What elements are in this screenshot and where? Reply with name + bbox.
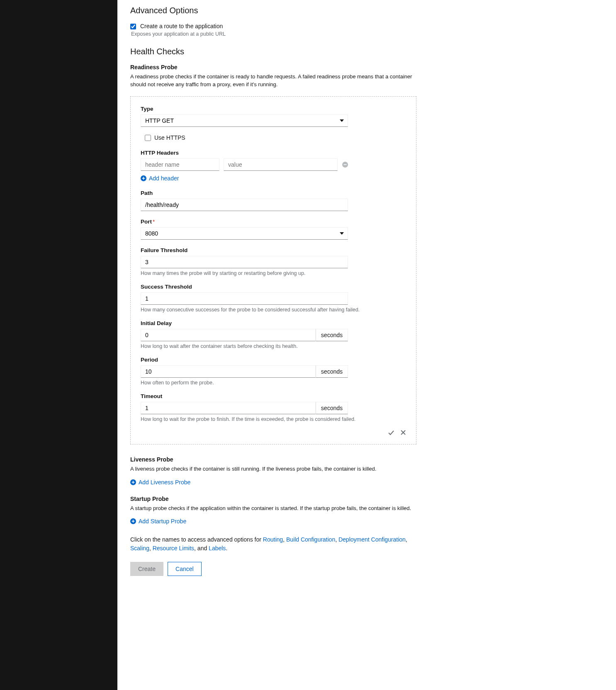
build-config-link[interactable]: Build Configuration [286, 536, 335, 543]
header-value-input[interactable] [224, 158, 338, 171]
sidebar-nav [0, 0, 117, 690]
startup-description: A startup probe checks if the applicatio… [130, 505, 416, 513]
add-header-button[interactable]: Add header [141, 175, 179, 182]
create-route-label[interactable]: Create a route to the application [140, 23, 223, 29]
labels-link[interactable]: Labels [209, 545, 226, 552]
success-threshold-help: How many consecutive successes for the p… [141, 307, 406, 313]
health-checks-title: Health Checks [130, 47, 418, 56]
type-select[interactable]: HTTP GET [141, 114, 348, 127]
create-route-checkbox-row: Create a route to the application [130, 23, 418, 29]
startup-probe-section: Startup Probe A startup probe checks if … [130, 496, 418, 526]
type-label: Type [141, 106, 406, 112]
timeout-input[interactable] [141, 402, 316, 414]
create-route-checkbox[interactable] [130, 24, 136, 29]
use-https-label[interactable]: Use HTTPS [154, 134, 185, 141]
cancel-button[interactable]: Cancel [168, 562, 202, 576]
initial-delay-help: How long to wait after the container sta… [141, 343, 406, 349]
plus-circle-icon [130, 518, 136, 524]
failure-threshold-input[interactable] [141, 256, 348, 268]
failure-threshold-help: How many times the probe will try starti… [141, 270, 406, 276]
liveness-heading: Liveness Probe [130, 456, 418, 463]
port-select[interactable]: 8080 [141, 227, 348, 240]
add-liveness-label: Add Liveness Probe [139, 479, 190, 486]
add-header-label: Add header [149, 175, 179, 182]
scaling-link[interactable]: Scaling [130, 545, 149, 552]
failure-threshold-label: Failure Threshold [141, 247, 406, 253]
readiness-description: A readiness probe checks if the containe… [130, 73, 416, 89]
initial-delay-input[interactable] [141, 329, 316, 341]
svg-rect-10 [132, 521, 135, 522]
svg-rect-1 [344, 164, 347, 165]
header-name-input[interactable] [141, 158, 219, 171]
create-button[interactable]: Create [130, 562, 163, 576]
minus-circle-icon[interactable] [342, 161, 348, 168]
advanced-options-title: Advanced Options [130, 6, 418, 15]
path-label: Path [141, 190, 406, 196]
timeout-help: How long to wait for the probe to finish… [141, 416, 406, 422]
success-threshold-label: Success Threshold [141, 284, 406, 290]
liveness-probe-section: Liveness Probe A liveness probe checks i… [130, 456, 418, 486]
routing-link[interactable]: Routing [263, 536, 283, 543]
footer-links: Click on the names to access advanced op… [130, 535, 418, 553]
add-startup-button[interactable]: Add Startup Probe [130, 518, 186, 525]
resource-limits-link[interactable]: Resource Limits [153, 545, 194, 552]
readiness-heading: Readiness Probe [130, 64, 418, 70]
footer-prefix: Click on the names to access advanced op… [130, 536, 263, 543]
add-liveness-button[interactable]: Add Liveness Probe [130, 479, 190, 486]
startup-heading: Startup Probe [130, 496, 418, 502]
timeout-label: Timeout [141, 393, 406, 399]
period-input[interactable] [141, 365, 316, 378]
plus-circle-icon [130, 479, 136, 485]
seconds-addon: seconds [316, 365, 348, 378]
close-icon[interactable] [400, 430, 406, 437]
create-route-help: Exposes your application at a public URL [131, 31, 418, 37]
period-help: How often to perform the probe. [141, 380, 406, 386]
http-headers-label: HTTP Headers [141, 150, 406, 156]
plus-circle-icon [141, 175, 146, 181]
liveness-description: A liveness probe checks if the container… [130, 465, 416, 473]
port-label: Port* [141, 219, 406, 225]
seconds-addon: seconds [316, 402, 348, 414]
readiness-probe-section: Readiness Probe A readiness probe checks… [130, 64, 418, 445]
period-label: Period [141, 357, 406, 363]
svg-rect-4 [142, 178, 145, 179]
success-threshold-input[interactable] [141, 292, 348, 305]
deployment-config-link[interactable]: Deployment Configuration [338, 536, 406, 543]
readiness-probe-form: Type HTTP GET Use HTTPS [130, 96, 416, 445]
seconds-addon: seconds [316, 329, 348, 341]
use-https-checkbox[interactable] [145, 135, 151, 141]
main-content: Advanced Options Create a route to the a… [117, 0, 433, 690]
check-icon[interactable] [388, 430, 394, 437]
svg-rect-7 [132, 482, 135, 483]
path-input[interactable] [141, 199, 348, 211]
add-startup-label: Add Startup Probe [139, 518, 186, 525]
initial-delay-label: Initial Delay [141, 320, 406, 326]
